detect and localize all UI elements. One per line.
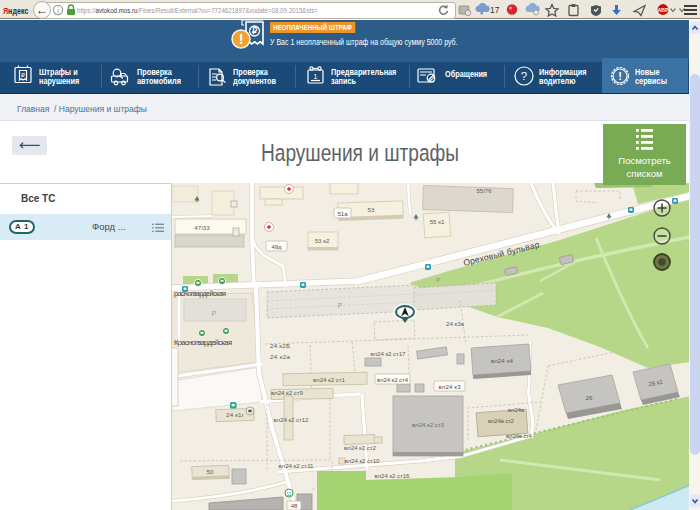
svg-text:расногвардейская: расногвардейская xyxy=(174,289,226,298)
svg-text:50: 50 xyxy=(207,468,214,475)
svg-text:24 к2а: 24 к2а xyxy=(270,353,291,360)
svg-text:48: 48 xyxy=(291,503,298,509)
svg-text:53: 53 xyxy=(368,206,375,213)
svg-text:вл24 к2 ст9: вл24 к2 ст9 xyxy=(271,389,304,396)
svg-text:26: 26 xyxy=(586,394,593,401)
svg-text:вл24 х4: вл24 х4 xyxy=(491,357,514,364)
svg-text:Р: Р xyxy=(338,302,342,309)
svg-text:!: ! xyxy=(618,70,622,82)
svg-text:вл24а ст2: вл24а ст2 xyxy=(488,417,515,424)
svg-text:вл24 к2 ст3: вл24 к2 ст3 xyxy=(412,421,445,428)
svg-text:24 к2Б: 24 к2Б xyxy=(270,342,290,349)
svg-text:55/76: 55/76 xyxy=(476,188,492,194)
svg-text:24 к1г: 24 к1г xyxy=(226,411,245,418)
svg-text:вл24а ст4: вл24а ст4 xyxy=(506,432,533,439)
svg-text:Красногвардейская: Красногвардейская xyxy=(174,338,232,347)
svg-text:вл24 к2 ст11: вл24 к2 ст11 xyxy=(279,462,315,469)
svg-text:1: 1 xyxy=(314,73,318,80)
svg-text:вл24 к2 ст16: вл24 к2 ст16 xyxy=(375,472,411,479)
svg-text:вл24 к2 ст4: вл24 к2 ст4 xyxy=(377,377,409,383)
svg-text:47/33: 47/33 xyxy=(194,224,210,231)
svg-text:вл24 к2 ст12: вл24 к2 ст12 xyxy=(274,416,310,423)
svg-text:вл24 к2 ст17: вл24 к2 ст17 xyxy=(371,350,407,357)
svg-text:i: i xyxy=(57,6,60,15)
svg-text:вл24а: вл24а xyxy=(508,406,525,413)
svg-text:ABP: ABP xyxy=(658,7,669,13)
svg-text:Р: Р xyxy=(212,310,217,317)
svg-text:₽: ₽ xyxy=(21,72,25,78)
svg-text:вл24 к2 ст1: вл24 к2 ст1 xyxy=(313,376,346,383)
svg-text:Р: Р xyxy=(436,277,440,283)
svg-text:вл24 к2 ст10: вл24 к2 ст10 xyxy=(345,457,381,464)
svg-text:₽: ₽ xyxy=(252,26,257,36)
svg-text:11: 11 xyxy=(286,491,291,497)
svg-text:!: ! xyxy=(239,31,244,47)
svg-text:?: ? xyxy=(521,70,527,82)
svg-text:24 к3а: 24 к3а xyxy=(446,320,465,327)
svg-text:17: 17 xyxy=(490,5,500,15)
svg-text:53 к2: 53 к2 xyxy=(315,237,330,244)
svg-text:вл24 к2 ст2: вл24 к2 ст2 xyxy=(344,444,377,451)
svg-text:51а: 51а xyxy=(337,211,348,217)
svg-text:вл24 к3: вл24 к3 xyxy=(439,384,462,390)
svg-text:55 к1: 55 к1 xyxy=(430,218,445,225)
svg-text:49д: 49д xyxy=(271,244,282,250)
